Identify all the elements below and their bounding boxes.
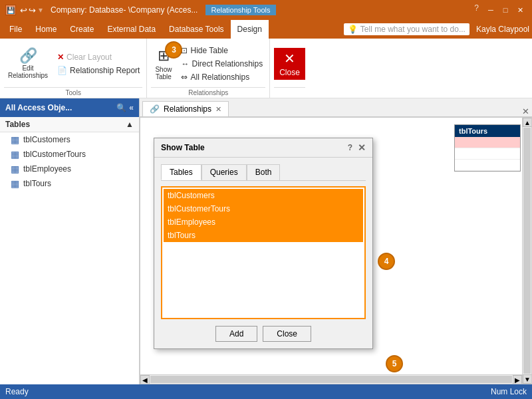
all-relationships-button[interactable]: ⇔ All Relationships	[178, 71, 265, 83]
direct-icon: ↔	[181, 59, 189, 68]
dialog-tab-queries[interactable]: Queries	[201, 164, 247, 180]
sidebar-item-tblcustomertours[interactable]: ▦ tblCustomerTours	[0, 147, 139, 162]
tab-close-button[interactable]: ✕	[215, 105, 221, 114]
dialog-title-text: Show Table	[161, 143, 205, 152]
dialog-overlay: Show Table ? ✕ Tables Queries Both	[140, 118, 531, 384]
tables-label: Tables	[5, 120, 30, 129]
search-icon[interactable]: 🔍	[116, 103, 126, 112]
report-icon: 📄	[57, 66, 67, 75]
table-icon-1: ▦	[11, 134, 19, 145]
sidebar-item-tbltours[interactable]: ▦ tblTours	[0, 176, 139, 191]
list-item-tblemployees[interactable]: tblEmployees	[164, 215, 363, 229]
sidebar-header-icons: 🔍 «	[116, 103, 134, 112]
menu-database-tools[interactable]: Database Tools	[162, 20, 231, 39]
relationship-report-button[interactable]: 📄 Relationship Report	[55, 65, 142, 76]
edit-rel-icon: 🔗	[19, 49, 37, 63]
table-icon-3: ▦	[11, 164, 19, 174]
sidebar-item-tblcustomers[interactable]: ▦ tblCustomers	[0, 132, 139, 147]
list-item-tblcustomertours[interactable]: tblCustomerTours	[164, 202, 363, 215]
ribbon-group-close: ✕ Close	[270, 39, 309, 98]
edit-rel-label: EditRelationships	[8, 65, 48, 79]
menu-file[interactable]: File	[3, 20, 29, 39]
lightbulb-icon: 💡	[348, 25, 358, 34]
rel-group-label: Relationships	[151, 87, 265, 96]
dialog-title-bar: Show Table ? ✕	[154, 138, 372, 158]
dialog-table-list[interactable]: tblCustomers tblCustomerTours tblEmploye…	[161, 186, 366, 319]
report-label: Relationship Report	[70, 66, 140, 75]
dialog-close-button[interactable]: Close	[263, 326, 311, 342]
close-ribbon-label: Close	[279, 68, 300, 77]
content-area: 🔗 Relationships ✕ ✕ tblTours ▲ ▼	[140, 98, 532, 384]
menu-bar: File Home Create External Data Database …	[0, 20, 532, 39]
dialog-title-actions: ? ✕	[348, 142, 366, 153]
menu-external-data[interactable]: External Data	[100, 20, 162, 39]
list-item-tblcustomers[interactable]: tblCustomers	[164, 189, 363, 202]
dialog-body: Tables Queries Both tblCustomers tblCust…	[154, 158, 372, 348]
ribbon-group-tools: 🔗 EditRelationships ✕ Clear Layout 📄 Rel…	[0, 39, 147, 98]
clear-layout-label: Clear Layout	[66, 53, 112, 62]
sidebar-title: All Access Obje...	[5, 103, 72, 112]
edit-relationships-button[interactable]: 🔗 EditRelationships	[4, 46, 52, 82]
search-placeholder: Tell me what you want to do...	[360, 25, 466, 34]
menu-home[interactable]: Home	[29, 20, 63, 39]
ribbon-group-relationships: ⊞ ShowTable 3 ⊡ Hide Table ↔ Direct Rela…	[147, 39, 270, 98]
list-item-tbltours[interactable]: tblTours	[164, 229, 363, 242]
user-name: Kayla Claypool	[476, 25, 529, 34]
relationships-tab[interactable]: 🔗 Relationships ✕	[142, 101, 229, 116]
table-icon-2: ▦	[11, 149, 19, 160]
dialog-button-row: Add Close 5	[161, 326, 366, 342]
clear-report-group: ✕ Clear Layout 📄 Relationship Report	[55, 51, 142, 76]
sidebar-item-label-2: tblCustomerTours	[23, 150, 86, 159]
direct-label: Direct Relationships	[192, 59, 263, 68]
help-icon[interactable]: ?	[474, 3, 479, 17]
dialog-tab-bar: Tables Queries Both	[161, 164, 366, 181]
step-3-badge: 3	[165, 41, 182, 59]
step-5-badge: 5	[386, 355, 403, 372]
collapse-icon[interactable]: ▲	[126, 120, 134, 129]
close-buttons: ✕ Close	[274, 41, 305, 86]
search-bar[interactable]: 💡 Tell me what you want to do...	[344, 23, 469, 35]
tab-bar: 🔗 Relationships ✕ ✕	[140, 98, 532, 117]
close-ribbon-button[interactable]: ✕ Close	[274, 48, 305, 80]
step-4-badge: 4	[378, 253, 395, 270]
rel-small-btns: ⊡ Hide Table ↔ Direct Relationships ⇔ Al…	[178, 45, 265, 83]
sidebar-header: All Access Obje... 🔍 «	[0, 98, 139, 117]
tab-icon: 🔗	[150, 104, 160, 114]
close-ribbon-icon: ✕	[284, 51, 295, 66]
table-icon-4: ▦	[11, 178, 19, 189]
title-bar-controls: ? ─ □ ✕	[474, 3, 527, 17]
show-table-button[interactable]: ⊞ ShowTable 3	[151, 45, 176, 83]
hide-table-button[interactable]: ⊡ Hide Table	[178, 45, 265, 57]
content-close-button[interactable]: ✕	[522, 106, 529, 116]
dialog-tab-both[interactable]: Both	[247, 164, 281, 180]
undo-button[interactable]: ↩	[20, 5, 27, 15]
close-button[interactable]: ✕	[513, 3, 527, 17]
menu-design[interactable]: Design	[231, 20, 269, 39]
tab-label: Relationships	[164, 104, 211, 114]
ribbon-tab-label: Relationship Tools	[205, 5, 275, 15]
dialog-close-icon[interactable]: ✕	[358, 142, 366, 153]
dialog-help-button[interactable]: ?	[348, 143, 352, 152]
direct-relationships-button[interactable]: ↔ Direct Relationships	[178, 58, 265, 70]
status-bar: Ready Num Lock	[0, 384, 532, 399]
undo-redo-group: ↩ ↪ ▾	[20, 5, 44, 15]
show-table-dialog: Show Table ? ✕ Tables Queries Both	[154, 138, 373, 349]
clear-icon: ✕	[57, 53, 64, 62]
minimize-button[interactable]: ─	[484, 3, 497, 17]
dialog-tab-tables[interactable]: Tables	[161, 164, 201, 180]
redo-button[interactable]: ↪	[29, 5, 36, 15]
all-label: All Relationships	[190, 72, 249, 82]
sidebar-section-tables: Tables ▲	[0, 117, 139, 132]
chevron-icon[interactable]: «	[129, 103, 134, 112]
hide-label: Hide Table	[190, 46, 227, 55]
relationships-canvas: tblTours ▲ ▼ ◀ ▶ Show Table	[140, 117, 532, 384]
relationships-buttons: ⊞ ShowTable 3 ⊡ Hide Table ↔ Direct Rela…	[151, 41, 265, 86]
sidebar-item-tblemployees[interactable]: ▦ tblEmployees	[0, 162, 139, 176]
main-area: All Access Obje... 🔍 « Tables ▲ ▦ tblCus…	[0, 98, 532, 384]
restore-button[interactable]: □	[499, 3, 512, 17]
menu-create[interactable]: Create	[63, 20, 100, 39]
add-button[interactable]: Add	[215, 326, 257, 342]
clear-layout-button[interactable]: ✕ Clear Layout	[55, 51, 142, 63]
ribbon: 🔗 EditRelationships ✕ Clear Layout 📄 Rel…	[0, 39, 532, 98]
sidebar: All Access Obje... 🔍 « Tables ▲ ▦ tblCus…	[0, 98, 140, 384]
